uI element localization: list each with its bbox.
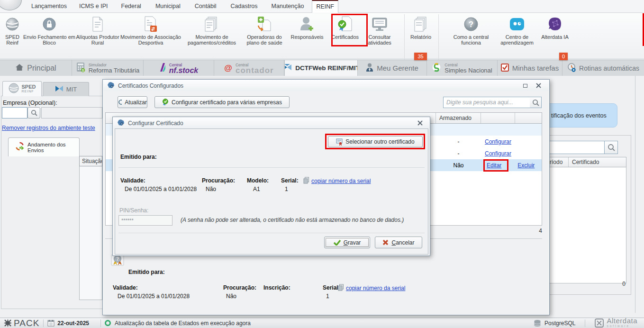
empresa-name-field: [41, 107, 102, 118]
tab-nfstock[interactable]: Central nf.stock: [144, 60, 214, 76]
excluir-link[interactable]: Excluir: [517, 162, 535, 169]
col-certificado: Certificado: [572, 159, 599, 165]
document-transfer-icon: [144, 16, 158, 33]
ribbon-aliquotas[interactable]: Alíquotas Produtor Rural: [76, 14, 119, 46]
pin-senha-input[interactable]: [118, 215, 172, 226]
gravar-button[interactable]: Gravar: [324, 237, 370, 248]
subtab-label: REINF: [22, 89, 36, 93]
ribbon-envio-fechamento[interactable]: Envio Fechamento em Bloco: [23, 14, 76, 46]
situacao-column-header[interactable]: Situação: [79, 156, 102, 166]
subtab-sped-reinf[interactable]: SPED REINF: [2, 81, 42, 96]
copiar-serial-link[interactable]: copiar número da serial: [311, 178, 371, 184]
tab-label: DCTFWeb REINF/MIT: [295, 64, 358, 72]
andamento-envios-header[interactable]: Andamento dos Envios: [8, 137, 80, 156]
emitido-para-label: Emitido para:: [128, 269, 165, 275]
armazenado-cell: Não: [436, 162, 481, 169]
ribbon-sped-reinf[interactable]: SPED Reinf: [2, 14, 23, 46]
menu-municipal[interactable]: Municipal: [152, 0, 184, 12]
menu-federal[interactable]: Federal: [118, 0, 145, 12]
check-icon: [334, 240, 341, 246]
ribbon-consultar-atividades[interactable]: Consultar atividades: [363, 14, 396, 46]
menu-tab-reinf-active[interactable]: REINF: [312, 0, 338, 13]
editar-link[interactable]: Editar: [487, 162, 501, 169]
dialog-titlebar[interactable]: s Certificados Configurados: [103, 80, 549, 91]
database-indicator: PostgreSQL: [534, 319, 575, 327]
dialog-search-input[interactable]: [443, 97, 530, 108]
inscricao-label: Inscrição:: [263, 284, 290, 291]
ribbon-label: Centro de aprendizagem: [496, 34, 538, 46]
atualizar-button[interactable]: Atualizar: [118, 96, 147, 108]
subtab-mit[interactable]: MIT: [43, 82, 89, 96]
tab-contador[interactable]: @ Central contador: [214, 60, 284, 76]
database-label: PostgreSQL: [544, 320, 575, 327]
calendar-icon: [47, 319, 54, 327]
menu-contabil[interactable]: Contábil: [191, 0, 220, 12]
ribbon-label: Envio Fechamento em Bloco: [23, 34, 76, 46]
copy-icon[interactable]: [338, 284, 344, 293]
close-icon[interactable]: [534, 82, 543, 90]
cancelar-button[interactable]: Cancelar: [375, 237, 422, 248]
copy-icon[interactable]: [303, 177, 309, 186]
subtab-label: MIT: [66, 86, 77, 93]
menu-icms-ipi[interactable]: ICMS e IPI: [75, 0, 111, 12]
ribbon-responsaveis[interactable]: Responsáveis: [287, 14, 327, 40]
tab-minhas-tarefas[interactable]: Minhas tarefas: [498, 60, 562, 76]
ribbon-mov-desportiva[interactable]: Movimento de Associação Desportiva: [119, 14, 182, 46]
empresa-search-button[interactable]: [27, 107, 40, 118]
empresa-input[interactable]: [2, 107, 27, 118]
tabbar: Principal $ Simulador Reforma Tributária…: [0, 60, 644, 76]
dialog-title: Configurar Certificado: [128, 120, 183, 127]
app-orb-button[interactable]: [0, 0, 22, 10]
minimize-icon[interactable]: [520, 82, 530, 90]
tab-label: Reforma Tributária: [89, 67, 140, 73]
serial-value: 1: [326, 293, 329, 300]
close-icon[interactable]: [415, 119, 425, 127]
configurar-varias-empresas-button[interactable]: Configurar certificado para várias empre…: [154, 96, 290, 108]
tab-rotinas-automaticas[interactable]: Rotinas automáticas: [562, 60, 644, 76]
panel-border: [635, 76, 635, 313]
separator: [118, 233, 425, 233]
tab-dctfweb-reinf-mit[interactable]: DCTFWeb REINF/MIT: [284, 60, 358, 76]
sphere-icon: [9, 83, 19, 95]
certificate-icon: [337, 16, 353, 33]
ribbon-mov-pagamentos[interactable]: Movimento de pagamentos/créditos: [182, 14, 242, 46]
panel-border: [1, 309, 102, 309]
procuracao-label: Procuração:: [202, 177, 235, 184]
ribbon-label: SPED Reinf: [2, 34, 23, 46]
svg-text:?: ?: [469, 20, 473, 29]
ribbon-alterdata-ia[interactable]: Alterdata IA: [538, 14, 571, 40]
ribbon-como-funciona[interactable]: ? Como a central funciona: [446, 14, 496, 46]
dialog-search[interactable]: [443, 97, 530, 108]
copiar-serial-link[interactable]: copiar número da serial: [346, 285, 405, 292]
x-icon: [382, 239, 389, 246]
menu-manutencao[interactable]: Manutenção: [268, 0, 308, 12]
ribbon-centro-aprendizagem[interactable]: Centro de aprendizagem: [496, 14, 538, 46]
dialog-title: Certificados Configurados: [118, 82, 183, 89]
ribbon-certificados[interactable]: Certificados: [327, 14, 363, 40]
tasks-checkbox-icon: [501, 64, 509, 73]
tab-simples-nacional[interactable]: Central Simples Nacional: [427, 60, 498, 76]
spinner-icon: [105, 320, 111, 326]
empresa-label: Empresa (Opcional):: [3, 100, 57, 106]
configurar-link[interactable]: Configurar: [485, 138, 511, 145]
tab-meu-gerente[interactable]: Meu Gerente: [358, 60, 427, 76]
medal-icon[interactable]: ?: [111, 254, 124, 268]
menu-cadastros[interactable]: Cadastros: [227, 0, 262, 12]
selecionar-outro-certificado-button[interactable]: Selecionar outro certificado: [328, 136, 423, 147]
receita-icon: [55, 85, 63, 94]
background-search-button[interactable]: [605, 141, 618, 154]
button-label: Gravar: [344, 239, 361, 246]
info-tooltip-text: tificação dos eventos: [551, 112, 607, 119]
tab-simulador-reforma[interactable]: $ Simulador Reforma Tributária: [72, 60, 144, 76]
menu-lancamentos[interactable]: Lançamentos: [27, 0, 71, 12]
configurar-link[interactable]: Configurar: [485, 150, 511, 157]
dialog-search-button[interactable]: [530, 97, 542, 108]
ribbon-relatorio[interactable]: Relatório: [405, 14, 437, 40]
statusbar-date[interactable]: 22-out-2025: [47, 319, 89, 327]
ribbon-operadoras[interactable]: Operadoras do plano de saúde: [242, 14, 287, 46]
contador-at-icon: @: [224, 64, 232, 73]
remover-registros-link[interactable]: Remover registros do ambiente teste: [2, 125, 102, 131]
armazenado-cell: -: [436, 150, 481, 157]
tab-principal[interactable]: Principal: [0, 60, 72, 76]
dialog-titlebar[interactable]: s Configurar Certificado: [113, 118, 429, 128]
